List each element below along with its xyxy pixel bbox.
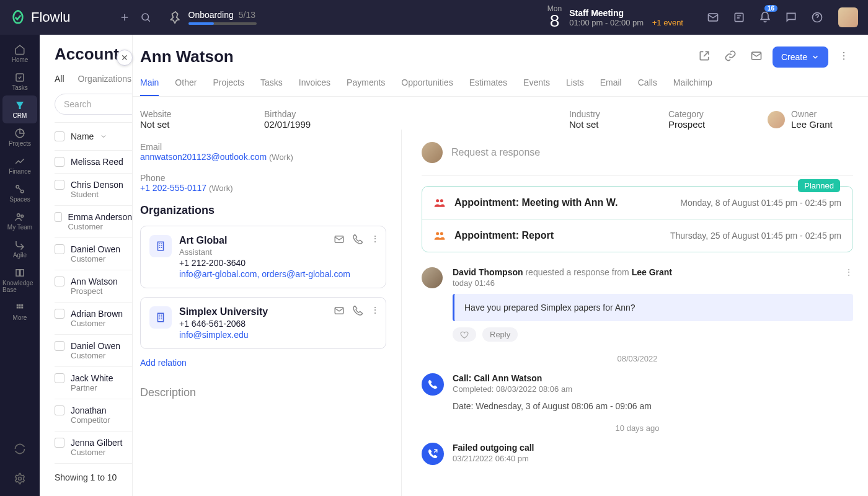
add-relation-link[interactable]: Add relation bbox=[140, 358, 187, 368]
sidebar-item-kb[interactable]: Knowledge Base bbox=[2, 263, 37, 298]
org-mail-icon[interactable] bbox=[334, 234, 345, 247]
org-card[interactable]: Simplex University+1 646-561-2068info@si… bbox=[140, 297, 386, 349]
list-item[interactable]: JonathanCompetitor bbox=[55, 399, 132, 432]
org-more-icon[interactable]: ⋮ bbox=[371, 305, 379, 318]
activity-more-icon[interactable]: ⋮ bbox=[844, 267, 853, 277]
accounts-tab-all[interactable]: All bbox=[55, 74, 64, 84]
current-user-avatar bbox=[422, 142, 443, 163]
bell-icon[interactable]: 16 bbox=[754, 6, 776, 29]
cal-day: 8 bbox=[550, 12, 560, 30]
tab-email[interactable]: Email bbox=[600, 78, 622, 96]
response-input[interactable]: Request a response bbox=[451, 147, 540, 158]
more-icon[interactable] bbox=[835, 46, 853, 67]
row-checkbox[interactable] bbox=[55, 244, 64, 254]
logo[interactable]: Flowlu bbox=[10, 9, 71, 25]
notes-icon[interactable] bbox=[728, 6, 750, 29]
tab-events[interactable]: Events bbox=[523, 78, 550, 96]
org-emails[interactable]: info@simplex.edu bbox=[179, 330, 377, 340]
call-completed: Completed: 08/03/2022 08:06 am bbox=[453, 384, 853, 394]
org-emails[interactable]: info@art-global.com, orders@art-global.c… bbox=[179, 269, 377, 279]
list-item[interactable]: Melissa Reed bbox=[55, 151, 132, 174]
row-checkbox[interactable] bbox=[55, 212, 62, 222]
list-item[interactable]: Jack WhitePartner bbox=[55, 367, 132, 399]
row-checkbox[interactable] bbox=[55, 157, 64, 167]
tab-invoices[interactable]: Invoices bbox=[299, 78, 330, 96]
link-icon[interactable] bbox=[720, 46, 740, 68]
sidebar-item-spaces[interactable]: Spaces bbox=[2, 179, 37, 207]
like-button[interactable] bbox=[453, 327, 476, 342]
chat-icon[interactable] bbox=[780, 6, 802, 29]
activity-time: today 01:46 bbox=[453, 278, 853, 288]
tab-mailchimp[interactable]: Mailchimp bbox=[673, 78, 712, 96]
row-checkbox[interactable] bbox=[55, 373, 64, 383]
inbox-icon[interactable] bbox=[702, 6, 724, 29]
org-call-icon[interactable] bbox=[352, 305, 363, 318]
close-panel-button[interactable]: ✕ bbox=[117, 50, 133, 66]
create-button[interactable]: Create bbox=[773, 46, 828, 68]
org-more-icon[interactable]: ⋮ bbox=[371, 234, 379, 247]
list-item[interactable]: Emma AndersonCustomer bbox=[55, 206, 132, 238]
add-icon[interactable] bbox=[114, 7, 135, 28]
planned-item[interactable]: Appointment: Meeting with Ann W. Monday,… bbox=[422, 187, 852, 219]
planned-item[interactable]: Appointment: Report Thursday, 25 of Augu… bbox=[422, 219, 852, 252]
sidebar-refresh-icon[interactable] bbox=[9, 438, 31, 460]
col-name[interactable]: Name bbox=[71, 131, 94, 141]
activity-avatar[interactable] bbox=[422, 267, 443, 288]
email-value[interactable]: annwatson201123@outlook.com bbox=[140, 152, 267, 162]
sidebar-item-finance[interactable]: Finance bbox=[2, 151, 37, 179]
email-type: (Work) bbox=[269, 153, 293, 162]
reply-button[interactable]: Reply bbox=[482, 327, 518, 342]
accounts-tab-orgs[interactable]: Organizations bbox=[78, 74, 131, 84]
phone-value[interactable]: +1 202-555-0117 bbox=[140, 183, 206, 193]
row-checkbox[interactable] bbox=[55, 309, 64, 319]
mail-icon[interactable] bbox=[746, 46, 766, 68]
owner-avatar[interactable] bbox=[768, 111, 785, 128]
sidebar-item-team[interactable]: My Team bbox=[2, 207, 37, 235]
open-external-icon[interactable] bbox=[694, 46, 714, 68]
org-card[interactable]: Art GlobalAssistant+1 212-200-3640info@a… bbox=[140, 226, 386, 288]
sidebar-item-crm[interactable]: CRM bbox=[2, 95, 37, 123]
list-item[interactable]: Daniel OwenCustomer bbox=[55, 238, 132, 270]
tab-payments[interactable]: Payments bbox=[347, 78, 385, 96]
list-item[interactable]: Chris DensonStudent bbox=[55, 174, 132, 206]
tab-calls[interactable]: Calls bbox=[638, 78, 657, 96]
org-mail-icon[interactable] bbox=[334, 305, 345, 318]
sidebar-item-home[interactable]: Home bbox=[2, 40, 37, 68]
tab-projects[interactable]: Projects bbox=[213, 78, 244, 96]
search-input[interactable]: Search bbox=[55, 94, 133, 115]
phone-type: (Work) bbox=[209, 184, 233, 193]
row-checkbox[interactable] bbox=[55, 180, 64, 190]
notif-count: 16 bbox=[764, 5, 777, 12]
phone-label: Phone bbox=[140, 173, 386, 183]
tab-main[interactable]: Main bbox=[140, 78, 159, 96]
row-checkbox[interactable] bbox=[55, 438, 64, 448]
tab-opportunities[interactable]: Opportunities bbox=[401, 78, 453, 96]
list-item[interactable]: Ann WatsonProspect bbox=[55, 270, 132, 303]
sidebar-settings-icon[interactable] bbox=[9, 467, 31, 490]
activity-target: Lee Grant bbox=[632, 267, 672, 277]
onboarding-widget[interactable]: Onboarding 5/13 bbox=[169, 10, 257, 25]
help-icon[interactable] bbox=[806, 6, 828, 29]
user-avatar[interactable] bbox=[838, 7, 858, 27]
tab-estimates[interactable]: Estimates bbox=[469, 78, 507, 96]
row-checkbox[interactable] bbox=[55, 277, 64, 286]
contact-name: Emma Anderson bbox=[68, 212, 133, 222]
row-checkbox[interactable] bbox=[55, 341, 64, 351]
industry-label: Industry bbox=[569, 109, 631, 119]
list-item[interactable]: Daniel OwenCustomer bbox=[55, 335, 132, 367]
org-call-icon[interactable] bbox=[352, 234, 363, 247]
tab-tasks[interactable]: Tasks bbox=[260, 78, 283, 96]
svg-point-20 bbox=[843, 58, 844, 60]
calendar-widget[interactable]: Mon 8 Staff Meeting 01:00 pm - 02:00 pm … bbox=[547, 5, 683, 30]
list-item[interactable]: Jenna GilbertCustomer bbox=[55, 432, 132, 464]
sidebar-item-more[interactable]: More bbox=[2, 298, 37, 326]
select-all-checkbox[interactable] bbox=[55, 131, 64, 141]
tab-other[interactable]: Other bbox=[175, 78, 197, 96]
tab-lists[interactable]: Lists bbox=[566, 78, 584, 96]
row-checkbox[interactable] bbox=[55, 405, 64, 415]
sidebar-item-agile[interactable]: Agile bbox=[2, 235, 37, 263]
sidebar-item-tasks[interactable]: Tasks bbox=[2, 68, 37, 95]
list-item[interactable]: Adrian BrownCustomer bbox=[55, 303, 132, 335]
search-icon[interactable] bbox=[135, 7, 156, 28]
sidebar-item-projects[interactable]: Projects bbox=[2, 123, 37, 151]
